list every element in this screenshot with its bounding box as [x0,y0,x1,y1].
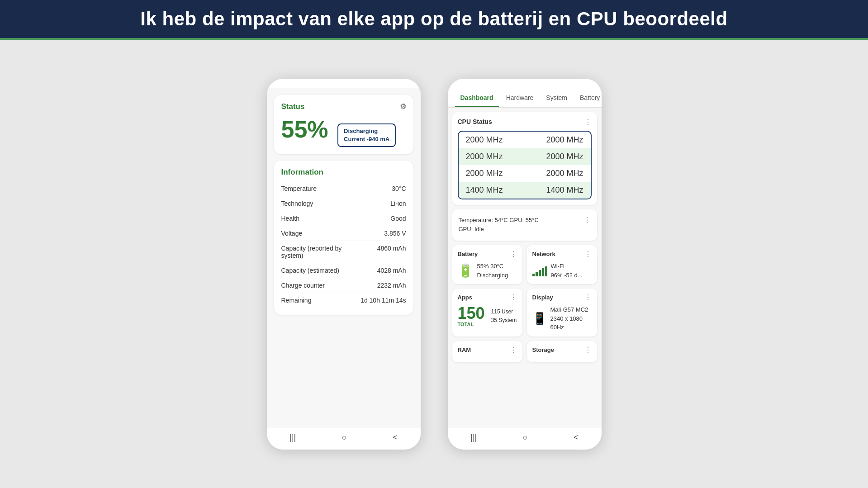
display-mini-card: Display ⋮ 📱 Mali-G57 MC2 2340 x 1080 60H… [527,289,597,336]
display-values: Mali-G57 MC2 2340 x 1080 60Hz [550,305,588,332]
header-banner: Ik heb de impact van elke app op de batt… [0,0,868,40]
cpu-cell-2-2: 2000 MHz [525,152,583,161]
battery-mini-card: Battery ⋮ 🔋 55% 30°C Discharging [452,245,522,284]
info-value-remaining: 1d 10h 11m 14s [360,297,406,304]
cpu-status-title: CPU Status [458,118,492,125]
apps-total-number: 150 [458,305,485,322]
info-label-capacity-estimated: Capacity (estimated) [281,267,339,274]
phone-left-navbar: ||| ○ < [267,427,421,450]
nav-right-back-icon[interactable]: < [574,433,579,442]
nav-home-icon[interactable]: ○ [342,433,347,442]
bar-2 [536,272,538,276]
battery-values: 55% 30°C Discharging [477,262,508,280]
cpu-cell-1-1: 2000 MHz [466,135,525,145]
gear-icon[interactable]: ⚙ [400,102,406,111]
cpu-cell-1-2: 2000 MHz [525,135,583,145]
bar-5 [545,266,547,276]
info-label-health: Health [281,215,299,222]
phone-left-screen: Status ⚙ 55% Discharging Current -940 mA… [267,88,421,427]
discharge-label: Discharging [344,128,378,134]
display-refresh: 60Hz [550,323,588,332]
info-row-technology: Technology Li-ion [281,196,406,211]
apps-user: 115 User [491,308,517,316]
display-resolution: 2340 x 1080 [550,314,588,323]
info-label-capacity-reported: Capacity (reported by system) [281,245,354,259]
battery-options-icon[interactable]: ⋮ [510,250,517,258]
temp-options-icon[interactable]: ⋮ [583,216,591,224]
tab-system[interactable]: System [541,88,573,107]
cpu-row-1: 2000 MHz 2000 MHz [459,132,591,148]
network-values: Wi-Fi 96% -52 d... [551,262,583,280]
cpu-cell-4-2: 1400 MHz [525,185,583,195]
apps-display-grid: Apps ⋮ 150 TOTAL 115 User 35 System [452,289,597,336]
discharge-badge: Discharging Current -940 mA [337,123,396,147]
phone-right-navbar: ||| ○ < [448,427,602,450]
info-label-temperature: Temperature [281,185,317,192]
bar-4 [542,268,544,276]
storage-mini-header: Storage ⋮ [532,346,592,354]
cpu-cell-4-1: 1400 MHz [466,185,525,195]
status-card-header: Status ⚙ [281,102,406,111]
dashboard-content: CPU Status ⋮ 2000 MHz 2000 MHz 2000 MHz … [448,108,602,427]
storage-mini-title: Storage [532,346,554,353]
apps-total-block: 150 TOTAL [458,305,485,327]
ram-mini-header: RAM ⋮ [458,346,517,354]
information-title: Information [281,168,406,177]
tabs-bar: Dashboard Hardware System Battery [448,88,602,108]
nav-recent-icon[interactable]: ||| [289,433,296,442]
display-options-icon[interactable]: ⋮ [584,293,592,302]
info-value-health: Good [390,215,406,222]
nav-back-icon[interactable]: < [393,433,398,442]
cpu-cell-3-2: 2000 MHz [525,169,583,178]
cpu-cell-3-1: 2000 MHz [466,169,525,178]
ram-options-icon[interactable]: ⋮ [510,346,517,354]
info-row-charge-counter: Charge counter 2232 mAh [281,278,406,293]
apps-options-icon[interactable]: ⋮ [510,293,517,302]
info-value-capacity-reported: 4860 mAh [377,245,406,259]
storage-options-icon[interactable]: ⋮ [584,346,592,354]
display-mini-header: Display ⋮ [532,293,592,302]
cpu-grid: 2000 MHz 2000 MHz 2000 MHz 2000 MHz 2000… [458,131,592,199]
ram-storage-grid: RAM ⋮ Storage ⋮ [452,341,597,362]
cpu-cell-2-1: 2000 MHz [466,152,525,161]
apps-mini-title: Apps [458,294,473,301]
phone-right: Dashboard Hardware System Battery CPU St… [448,79,602,450]
info-row-voltage: Voltage 3.856 V [281,226,406,241]
apps-mini-header: Apps ⋮ [458,293,517,302]
battery-percent-temp: 55% 30°C [477,262,508,271]
network-options-icon[interactable]: ⋮ [584,250,592,258]
tab-battery[interactable]: Battery [574,88,601,107]
phone-left: Status ⚙ 55% Discharging Current -940 mA… [267,79,421,450]
network-signal: 96% -52 d... [551,271,583,280]
cpu-options-icon[interactable]: ⋮ [584,118,592,126]
info-label-charge-counter: Charge counter [281,282,325,289]
battery-status: Discharging [477,271,508,280]
display-mini-title: Display [532,294,553,301]
bar-1 [532,274,535,276]
info-label-remaining: Remaining [281,297,312,304]
info-value-temperature: 30°C [392,185,406,192]
discharge-current: Current -940 mA [344,136,389,142]
display-icon: 📱 [532,312,547,326]
nav-right-home-icon[interactable]: ○ [523,433,528,442]
cpu-status-card: CPU Status ⋮ 2000 MHz 2000 MHz 2000 MHz … [452,112,597,205]
network-type: Wi-Fi [551,262,583,271]
tab-dashboard[interactable]: Dashboard [455,88,499,107]
nav-right-recent-icon[interactable]: ||| [470,433,477,442]
info-row-capacity-estimated: Capacity (estimated) 4028 mAh [281,263,406,278]
battery-mini-body: 🔋 55% 30°C Discharging [458,262,517,280]
storage-mini-card: Storage ⋮ [527,341,597,362]
display-gpu: Mali-G57 MC2 [550,305,588,314]
header-title: Ik heb de impact van elke app op de batt… [18,8,850,30]
info-row-temperature: Temperature 30°C [281,181,406,196]
info-label-voltage: Voltage [281,230,303,237]
apps-mini-card: Apps ⋮ 150 TOTAL 115 User 35 System [452,289,522,336]
temp-text: Temperature: 54°C GPU: 55°C GPU: Idle [459,216,539,235]
info-row-remaining: Remaining 1d 10h 11m 14s [281,293,406,308]
battery-temp: 30°C [490,263,503,270]
network-mini-card: Network ⋮ Wi-F [527,245,597,284]
info-row-health: Health Good [281,211,406,226]
info-value-voltage: 3.856 V [384,230,406,237]
tab-hardware[interactable]: Hardware [501,88,539,107]
status-card: Status ⚙ 55% Discharging Current -940 mA [274,95,413,155]
